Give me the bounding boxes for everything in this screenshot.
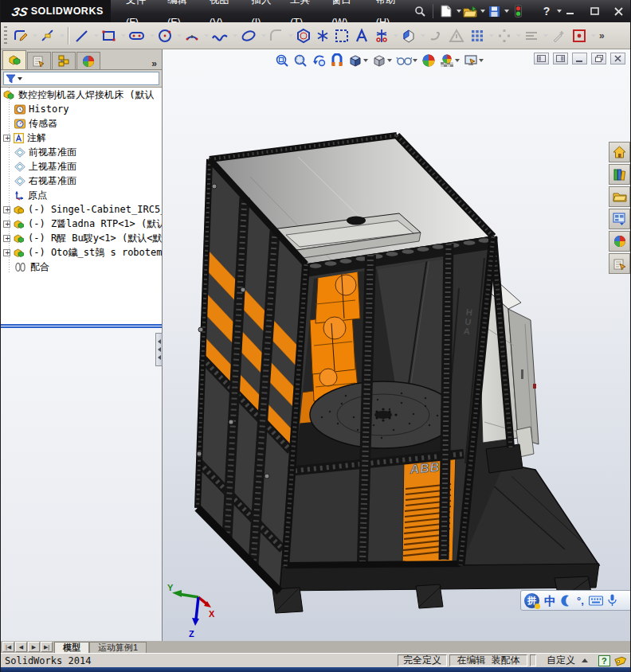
open-document-icon[interactable] — [461, 2, 479, 20]
panel-collapse-handle[interactable] — [155, 333, 163, 366]
sketch-fillet-icon[interactable] — [266, 25, 287, 46]
straight-slot-icon[interactable] — [126, 25, 148, 46]
pane-left-icon[interactable] — [534, 53, 549, 64]
file-explorer-icon[interactable] — [609, 186, 630, 207]
ime-logo-icon[interactable]: 拼 — [524, 593, 539, 608]
pane-right-icon[interactable] — [553, 53, 568, 64]
apply-scene-icon[interactable] — [439, 52, 461, 69]
text-icon[interactable] — [352, 25, 371, 46]
home-icon[interactable] — [609, 142, 630, 162]
expander-plus[interactable] — [3, 235, 10, 242]
tab-displaymanager[interactable] — [76, 52, 100, 69]
tree-item-mates[interactable]: 配合 — [1, 260, 162, 274]
expander-plus[interactable] — [3, 249, 10, 256]
tree-item-right-plane[interactable]: 右视基准面 — [1, 174, 162, 188]
next-tab-button[interactable] — [28, 642, 40, 652]
offset-entities-icon[interactable] — [398, 25, 419, 46]
centerpoint-arc-icon[interactable] — [182, 25, 202, 46]
view-orientation-dropdown[interactable] — [363, 59, 368, 62]
status-custom-button[interactable]: 自定义 — [539, 654, 596, 667]
sketch-icon[interactable] — [10, 25, 31, 46]
zoom-to-fit-icon[interactable] — [274, 52, 290, 69]
status-tag-icon[interactable] — [613, 654, 629, 666]
circle-icon[interactable] — [155, 25, 175, 46]
tab-configurationmanager[interactable] — [52, 52, 76, 69]
expander-plus[interactable] — [3, 206, 10, 213]
help-icon[interactable]: ? — [538, 2, 555, 20]
display-style-icon[interactable] — [371, 52, 393, 69]
tree-item-sensors[interactable]: 传感器 — [1, 116, 162, 131]
panel-tabs-overflow[interactable]: » — [148, 58, 160, 69]
tab-propertymanager[interactable] — [27, 52, 51, 69]
last-tab-button[interactable] — [41, 642, 53, 652]
ime-microphone-icon[interactable] — [608, 594, 617, 607]
tab-model[interactable]: 模型 — [54, 642, 89, 653]
model-3d-view[interactable]: H U A ABB — [163, 49, 631, 641]
ime-keyboard-icon[interactable] — [589, 596, 603, 606]
trim-entities-icon[interactable] — [371, 25, 392, 46]
ellipse-icon[interactable] — [237, 25, 260, 46]
quick-snaps-icon[interactable] — [569, 25, 590, 46]
close-button[interactable] — [609, 5, 627, 18]
graphics-viewport[interactable]: H U A ABB — [163, 49, 631, 641]
doc-minimize-button[interactable] — [572, 53, 587, 64]
polygon-icon[interactable] — [293, 25, 314, 46]
ime-mode-button[interactable]: 中 — [544, 595, 556, 607]
expander-plus[interactable] — [3, 221, 10, 228]
section-view-icon[interactable] — [329, 52, 345, 69]
expander-plus[interactable] — [3, 135, 10, 142]
doc-restore-button[interactable] — [591, 53, 606, 64]
tab-motion-study[interactable]: 运动算例1 — [89, 642, 147, 653]
repair-sketch-icon[interactable] — [548, 25, 569, 46]
apply-scene-dropdown[interactable] — [455, 59, 460, 62]
new-document-icon[interactable] — [437, 2, 455, 20]
check-sketch-icon[interactable] — [446, 25, 467, 46]
tree-filter-input[interactable] — [3, 72, 159, 85]
toolbar-overflow[interactable]: » — [596, 30, 608, 41]
smart-dimension-dropdown[interactable] — [60, 34, 65, 37]
previous-tab-button[interactable] — [15, 642, 27, 652]
search-icon[interactable] — [411, 2, 429, 20]
display-style-dropdown[interactable] — [387, 59, 392, 62]
corner-rectangle-icon[interactable] — [99, 25, 120, 46]
point-icon[interactable] — [314, 25, 331, 46]
tree-item-annotations[interactable]: 注解 — [1, 131, 162, 145]
circular-sketch-pattern-icon[interactable] — [494, 25, 515, 46]
zoom-to-area-icon[interactable] — [292, 52, 308, 69]
reload-lights-icon[interactable] — [509, 2, 527, 20]
ime-fullwidth-icon[interactable] — [561, 595, 572, 607]
toolbar-grip[interactable] — [4, 26, 7, 45]
linear-sketch-pattern-icon[interactable] — [467, 25, 488, 46]
previous-view-icon[interactable] — [311, 52, 327, 69]
hide-show-items-icon[interactable] — [395, 52, 418, 69]
restore-button[interactable] — [586, 5, 603, 18]
edit-appearance-icon[interactable] — [421, 52, 437, 69]
tree-item-top-plane[interactable]: 上视基准面 — [1, 159, 162, 174]
smart-dimension-icon[interactable] — [37, 25, 58, 46]
appearances-icon[interactable] — [609, 231, 630, 252]
tree-item-root[interactable]: 数控控制机器人焊接机床 (默认 — [1, 88, 162, 102]
view-palette-icon[interactable] — [609, 209, 630, 229]
display-relations-icon[interactable] — [521, 25, 542, 46]
mirror-entities-icon[interactable] — [425, 25, 446, 46]
save-icon[interactable] — [485, 2, 503, 20]
spline-icon[interactable] — [209, 25, 231, 46]
first-tab-button[interactable] — [2, 642, 14, 652]
filter-dropdown[interactable] — [18, 77, 22, 80]
custom-properties-icon[interactable] — [609, 253, 630, 274]
minimize-button[interactable] — [562, 5, 579, 18]
tree-item-component[interactable]: (-) R醒 Bu騪y<1> (默认<默 — [1, 231, 162, 245]
tree-item-component[interactable]: (-) Singel-Cabinet_IRC5_re — [1, 202, 162, 217]
design-library-icon[interactable] — [609, 164, 630, 185]
tree-item-history[interactable]: History — [1, 102, 162, 116]
doc-close-button[interactable] — [610, 53, 625, 64]
view-settings-icon[interactable] — [463, 52, 484, 69]
tree-item-component[interactable]: (-) Oto鐬_st鵱 s robotem k — [1, 245, 162, 260]
view-settings-dropdown[interactable] — [479, 59, 484, 62]
line-icon[interactable] — [72, 25, 92, 46]
tree-item-origin[interactable]: 原点 — [1, 188, 162, 202]
view-orientation-icon[interactable] — [347, 52, 369, 69]
status-help-icon[interactable]: ? — [598, 655, 610, 666]
hide-show-dropdown[interactable] — [413, 59, 417, 62]
tab-featuremanager[interactable] — [2, 50, 26, 69]
